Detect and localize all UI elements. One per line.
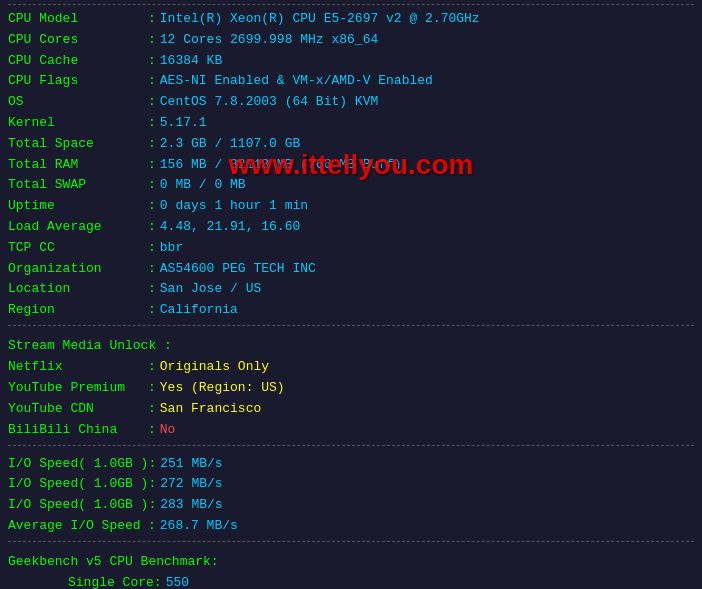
label-bilibili: BiliBili China bbox=[8, 420, 148, 441]
row-cpu-cores: CPU Cores : 12 Cores 2699.998 MHz x86_64 bbox=[8, 30, 694, 51]
row-cpu-flags: CPU Flags : AES-NI Enabled & VM-x/AMD-V … bbox=[8, 71, 694, 92]
row-io-2: I/O Speed( 1.0GB ) : 272 MB/s bbox=[8, 474, 694, 495]
row-os: OS : CentOS 7.8.2003 (64 Bit) KVM bbox=[8, 92, 694, 113]
label-io-3: I/O Speed( 1.0GB ) bbox=[8, 495, 148, 516]
row-region: Region : California bbox=[8, 300, 694, 321]
value-os: CentOS 7.8.2003 (64 Bit) KVM bbox=[160, 92, 378, 113]
row-cpu-model: CPU Model : Intel(R) Xeon(R) CPU E5-2697… bbox=[8, 9, 694, 30]
row-io-3: I/O Speed( 1.0GB ) : 283 MB/s bbox=[8, 495, 694, 516]
value-io-1: 251 MB/s bbox=[160, 454, 222, 475]
stream-title: Stream Media Unlock : bbox=[8, 334, 172, 357]
value-region: California bbox=[160, 300, 238, 321]
row-total-swap: Total SWAP : 0 MB / 0 MB bbox=[8, 175, 694, 196]
row-cpu-cache: CPU Cache : 16384 KB bbox=[8, 51, 694, 72]
io-section: I/O Speed( 1.0GB ) : 251 MB/s I/O Speed(… bbox=[8, 450, 694, 542]
label-io-1: I/O Speed( 1.0GB ) bbox=[8, 454, 148, 475]
row-tcp-cc: TCP CC : bbr bbox=[8, 238, 694, 259]
label-total-space: Total Space bbox=[8, 134, 148, 155]
label-cpu-cache: CPU Cache bbox=[8, 51, 148, 72]
label-avg-io: Average I/O Speed bbox=[8, 516, 148, 537]
value-cpu-cores: 12 Cores 2699.998 MHz x86_64 bbox=[160, 30, 378, 51]
row-stream-title: Stream Media Unlock : bbox=[8, 334, 694, 357]
row-netflix: Netflix : Originals Only bbox=[8, 357, 694, 378]
label-tcp-cc: TCP CC bbox=[8, 238, 148, 259]
value-cpu-flags: AES-NI Enabled & VM-x/AMD-V Enabled bbox=[160, 71, 433, 92]
label-os: OS bbox=[8, 92, 148, 113]
row-total-ram: Total RAM : 156 MB / 32113 MB (766 MB Bu… bbox=[8, 155, 694, 176]
row-bilibili: BiliBili China : No bbox=[8, 420, 694, 441]
value-youtube-premium: Yes (Region: US) bbox=[160, 378, 285, 399]
label-location: Location bbox=[8, 279, 148, 300]
value-load-average: 4.48, 21.91, 16.60 bbox=[160, 217, 300, 238]
value-total-ram: 156 MB / 32113 MB (766 MB Buff) bbox=[160, 155, 402, 176]
value-bilibili: No bbox=[160, 420, 176, 441]
row-youtube-premium: YouTube Premium : Yes (Region: US) bbox=[8, 378, 694, 399]
stream-section: Stream Media Unlock : Netflix : Original… bbox=[8, 330, 694, 446]
value-uptime: 0 days 1 hour 1 min bbox=[160, 196, 308, 217]
value-organization: AS54600 PEG TECH INC bbox=[160, 259, 316, 280]
value-avg-io: 268.7 MB/s bbox=[160, 516, 238, 537]
row-uptime: Uptime : 0 days 1 hour 1 min bbox=[8, 196, 694, 217]
row-kernel: Kernel : 5.17.1 bbox=[8, 113, 694, 134]
label-cpu-flags: CPU Flags bbox=[8, 71, 148, 92]
label-organization: Organization bbox=[8, 259, 148, 280]
label-youtube-cdn: YouTube CDN bbox=[8, 399, 148, 420]
row-io-1: I/O Speed( 1.0GB ) : 251 MB/s bbox=[8, 454, 694, 475]
value-kernel: 5.17.1 bbox=[160, 113, 207, 134]
label-youtube-premium: YouTube Premium bbox=[8, 378, 148, 399]
row-bench-title: Geekbench v5 CPU Benchmark: bbox=[8, 550, 694, 573]
row-avg-io: Average I/O Speed : 268.7 MB/s bbox=[8, 516, 694, 537]
value-io-2: 272 MB/s bbox=[160, 474, 222, 495]
label-cpu-model: CPU Model bbox=[8, 9, 148, 30]
label-total-ram: Total RAM bbox=[8, 155, 148, 176]
benchmark-section: Geekbench v5 CPU Benchmark: Single Core … bbox=[8, 546, 694, 589]
label-load-average: Load Average bbox=[8, 217, 148, 238]
row-location: Location : San Jose / US bbox=[8, 279, 694, 300]
row-total-space: Total Space : 2.3 GB / 1107.0 GB bbox=[8, 134, 694, 155]
value-io-3: 283 MB/s bbox=[160, 495, 222, 516]
value-total-space: 2.3 GB / 1107.0 GB bbox=[160, 134, 300, 155]
label-kernel: Kernel bbox=[8, 113, 148, 134]
label-region: Region bbox=[8, 300, 148, 321]
value-tcp-cc: bbr bbox=[160, 238, 183, 259]
value-netflix: Originals Only bbox=[160, 357, 269, 378]
row-youtube-cdn: YouTube CDN : San Francisco bbox=[8, 399, 694, 420]
label-single-core: Single Core bbox=[68, 573, 154, 589]
value-total-swap: 0 MB / 0 MB bbox=[160, 175, 246, 196]
value-cpu-cache: 16384 KB bbox=[160, 51, 222, 72]
label-total-swap: Total SWAP bbox=[8, 175, 148, 196]
label-io-2: I/O Speed( 1.0GB ) bbox=[8, 474, 148, 495]
value-cpu-model: Intel(R) Xeon(R) CPU E5-2697 v2 @ 2.70GH… bbox=[160, 9, 480, 30]
label-cpu-cores: CPU Cores bbox=[8, 30, 148, 51]
value-location: San Jose / US bbox=[160, 279, 261, 300]
cpu-section: www.ittellyou.com CPU Model : Intel(R) X… bbox=[8, 4, 694, 326]
label-netflix: Netflix bbox=[8, 357, 148, 378]
row-single-core: Single Core : 550 bbox=[68, 573, 694, 589]
bench-title: Geekbench v5 CPU Benchmark: bbox=[8, 550, 219, 573]
row-load-average: Load Average : 4.48, 21.91, 16.60 bbox=[8, 217, 694, 238]
value-youtube-cdn: San Francisco bbox=[160, 399, 261, 420]
row-organization: Organization : AS54600 PEG TECH INC bbox=[8, 259, 694, 280]
label-uptime: Uptime bbox=[8, 196, 148, 217]
value-single-core: 550 bbox=[166, 573, 189, 589]
